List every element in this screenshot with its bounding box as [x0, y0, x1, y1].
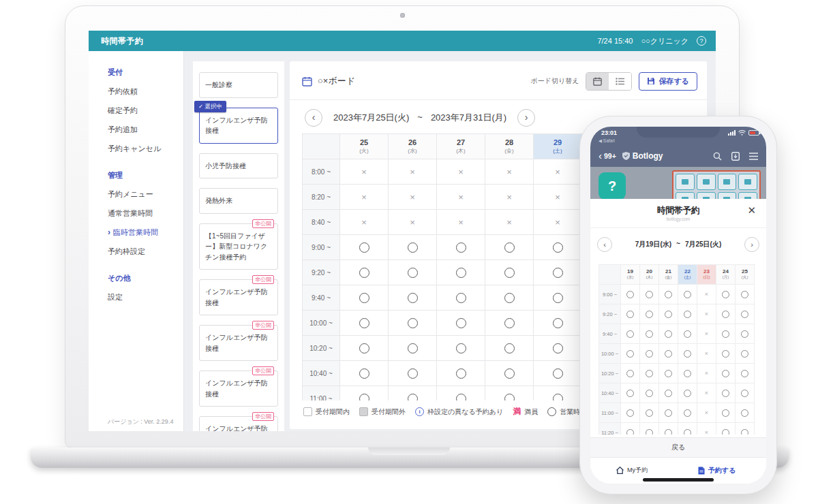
slot-cell[interactable]: × — [697, 344, 716, 364]
slot-cell[interactable] — [437, 260, 485, 285]
slot-cell[interactable]: × — [437, 159, 485, 185]
help-icon[interactable]: ? — [697, 36, 706, 46]
slot-cell[interactable]: × — [534, 185, 582, 210]
slot-cell[interactable] — [534, 235, 582, 260]
slot-cell[interactable]: × — [437, 185, 485, 210]
slot-cell[interactable] — [437, 386, 485, 400]
day-header[interactable]: 25(火) — [736, 265, 755, 285]
menu-icon[interactable] — [749, 153, 758, 160]
menu-card[interactable]: 非公開インフルエンザ予防接種 — [199, 371, 278, 407]
slot-cell[interactable]: × — [485, 210, 534, 235]
slot-cell[interactable] — [678, 285, 697, 304]
modal-prev-week-button[interactable]: ‹ — [597, 237, 612, 252]
slot-cell[interactable] — [340, 336, 389, 361]
slot-cell[interactable] — [621, 344, 640, 364]
slot-cell[interactable] — [534, 386, 582, 400]
day-header[interactable]: 28(金) — [485, 134, 534, 159]
slot-cell[interactable] — [716, 344, 736, 364]
sidebar-item[interactable]: 予約枠設定 — [108, 242, 178, 261]
reserve-button[interactable]: 予約する — [698, 466, 736, 475]
slot-cell[interactable] — [736, 403, 755, 423]
slot-cell[interactable] — [659, 423, 678, 435]
menu-card[interactable]: 発熱外来 — [199, 188, 278, 214]
slot-cell[interactable] — [659, 304, 678, 324]
slot-cell[interactable] — [389, 361, 437, 386]
slot-cell[interactable] — [534, 336, 582, 361]
slot-cell[interactable] — [678, 364, 697, 383]
day-header[interactable]: 22(土) — [678, 265, 697, 285]
day-header[interactable]: 20(木) — [640, 265, 659, 285]
slot-cell[interactable] — [485, 285, 534, 311]
slot-cell[interactable] — [640, 304, 659, 324]
slot-cell[interactable]: × — [340, 159, 389, 185]
slot-cell[interactable] — [736, 364, 755, 383]
sidebar-item[interactable]: ›臨時営業時間 — [108, 223, 178, 242]
slot-cell[interactable] — [736, 304, 755, 324]
rich-menu-icon[interactable] — [718, 174, 737, 190]
slot-cell[interactable] — [621, 403, 640, 423]
slot-cell[interactable] — [485, 336, 534, 361]
slot-cell[interactable] — [640, 364, 659, 383]
slot-cell[interactable]: × — [534, 210, 582, 235]
slot-cell[interactable]: × — [340, 210, 389, 235]
menu-card[interactable]: 一般診察 — [199, 72, 278, 98]
slot-cell[interactable]: × — [389, 210, 437, 235]
slot-cell[interactable] — [485, 311, 534, 336]
slot-cell[interactable] — [736, 324, 755, 344]
day-header[interactable]: 21(金) — [659, 265, 678, 285]
slot-cell[interactable] — [534, 285, 582, 311]
slot-cell[interactable] — [389, 260, 437, 285]
slot-cell[interactable] — [389, 285, 437, 311]
sidebar-item[interactable]: 確定予約 — [108, 101, 178, 120]
slot-cell[interactable] — [340, 285, 389, 311]
day-header[interactable]: 23(日) — [697, 265, 716, 285]
rich-menu-icon[interactable] — [718, 192, 737, 200]
slot-cell[interactable] — [389, 336, 437, 361]
day-header[interactable]: 24(月) — [716, 265, 736, 285]
slot-cell[interactable] — [716, 383, 736, 403]
slot-cell[interactable] — [640, 403, 659, 423]
slot-cell[interactable] — [716, 304, 736, 324]
slot-cell[interactable] — [340, 361, 389, 386]
slot-cell[interactable] — [736, 344, 755, 364]
slot-cell[interactable] — [716, 324, 736, 344]
slot-cell[interactable] — [716, 364, 736, 383]
slot-cell[interactable] — [716, 403, 736, 423]
save-button[interactable]: 保存する — [639, 72, 697, 91]
rich-menu-icon[interactable] — [676, 174, 695, 190]
slot-cell[interactable]: × — [697, 304, 716, 324]
slot-cell[interactable] — [678, 403, 697, 423]
slot-cell[interactable] — [534, 311, 582, 336]
slot-cell[interactable] — [640, 383, 659, 403]
bookmark-icon[interactable] — [731, 152, 740, 161]
slot-cell[interactable] — [678, 344, 697, 364]
menu-card[interactable]: 小児予防接種 — [199, 153, 278, 179]
slot-cell[interactable] — [678, 383, 697, 403]
day-header[interactable]: 27(木) — [437, 134, 485, 159]
slot-cell[interactable] — [437, 361, 485, 386]
slot-cell[interactable]: × — [389, 185, 437, 210]
slot-cell[interactable] — [437, 311, 485, 336]
list-view-button[interactable] — [609, 73, 631, 90]
slot-cell[interactable] — [621, 383, 640, 403]
slot-cell[interactable] — [485, 361, 534, 386]
menu-card[interactable]: 非公開【1~5回目ファイザー】新型コロナワクチン接種予約 — [199, 223, 278, 270]
slot-cell[interactable] — [621, 423, 640, 435]
slot-cell[interactable] — [340, 386, 389, 400]
slot-cell[interactable]: × — [697, 423, 716, 435]
menu-card[interactable]: 非公開インフルエンザ予防接種 — [199, 325, 278, 361]
slot-cell[interactable] — [389, 235, 437, 260]
slot-cell[interactable] — [736, 423, 755, 435]
slot-cell[interactable] — [621, 285, 640, 304]
my-reservation-button[interactable]: My予約 — [616, 466, 648, 475]
close-icon[interactable]: ✕ — [747, 204, 756, 217]
slot-cell[interactable] — [389, 386, 437, 400]
menu-card[interactable]: ✓ 選択中インフルエンザ予防接種 — [199, 108, 278, 144]
slot-cell[interactable] — [485, 260, 534, 285]
slot-cell[interactable] — [659, 364, 678, 383]
slot-cell[interactable] — [640, 423, 659, 435]
slot-cell[interactable]: × — [485, 185, 534, 210]
phone-safari-label[interactable]: ◀ Safari — [599, 138, 615, 144]
slot-cell[interactable] — [621, 304, 640, 324]
rich-menu-icon[interactable] — [697, 174, 716, 190]
